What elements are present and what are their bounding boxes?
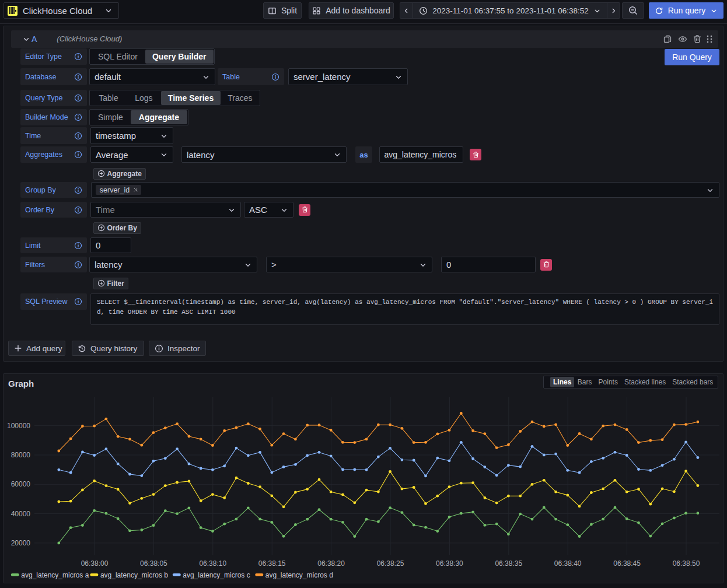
svg-text:06:38:20: 06:38:20 (317, 559, 345, 568)
svg-text:06:38:05: 06:38:05 (140, 559, 167, 568)
svg-text:60000: 60000 (11, 480, 31, 488)
svg-text:avg_latency_micros b: avg_latency_micros b (100, 571, 168, 579)
svg-text:avg_latency_micros d: avg_latency_micros d (265, 571, 333, 579)
svg-text:06:38:15: 06:38:15 (258, 559, 286, 568)
svg-text:100000: 100000 (7, 422, 30, 430)
svg-text:06:38:45: 06:38:45 (613, 559, 641, 568)
svg-text:06:38:35: 06:38:35 (495, 559, 522, 568)
svg-text:40000: 40000 (11, 510, 31, 518)
svg-text:20000: 20000 (11, 539, 31, 547)
svg-text:06:38:30: 06:38:30 (436, 559, 463, 568)
svg-text:80000: 80000 (11, 451, 31, 459)
svg-text:avg_latency_micros c: avg_latency_micros c (183, 571, 250, 579)
svg-text:06:38:25: 06:38:25 (377, 559, 404, 568)
svg-text:06:38:00: 06:38:00 (81, 559, 109, 568)
svg-text:06:38:10: 06:38:10 (199, 559, 226, 568)
svg-text:06:38:40: 06:38:40 (554, 559, 582, 568)
svg-text:avg_latency_micros a: avg_latency_micros a (21, 571, 89, 579)
svg-text:06:38:50: 06:38:50 (673, 559, 700, 568)
